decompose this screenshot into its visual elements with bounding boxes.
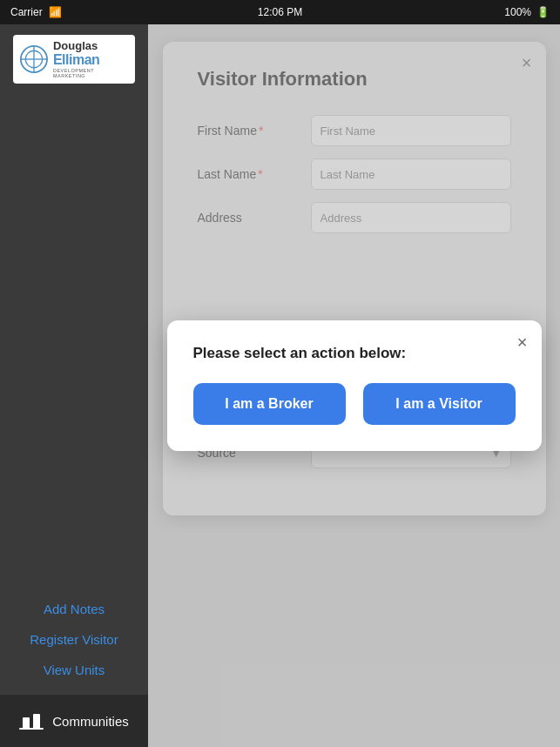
dialog-overlay: × Please select an action below: I am a … <box>148 24 560 747</box>
logo-sub: DEVELOPMENT MARKETING <box>53 68 128 78</box>
svg-rect-5 <box>33 714 40 730</box>
status-time: 12:06 PM <box>258 6 302 18</box>
logo-icon <box>20 45 48 73</box>
action-dialog-close-button[interactable]: × <box>517 333 528 353</box>
svg-rect-6 <box>19 728 44 730</box>
action-dialog: × Please select an action below: I am a … <box>167 320 542 451</box>
battery-icon: 🔋 <box>536 6 550 18</box>
logo-douglas: Douglas <box>53 40 128 52</box>
battery-area: 100% 🔋 <box>504 6 550 18</box>
sidebar: Douglas Elliman DEVELOPMENT MARKETING Ad… <box>0 24 148 747</box>
battery-percent: 100% <box>504 6 531 18</box>
carrier-wifi: Carrier 📶 <box>10 6 62 18</box>
logo: Douglas Elliman DEVELOPMENT MARKETING <box>13 35 135 84</box>
sidebar-item-view-units[interactable]: View Units <box>44 663 105 677</box>
logo-text: Douglas Elliman DEVELOPMENT MARKETING <box>53 40 128 78</box>
sidebar-item-add-notes[interactable]: Add Notes <box>44 602 105 616</box>
carrier-label: Carrier <box>10 6 43 18</box>
sidebar-navigation: Add Notes Register Visitor View Units <box>30 602 118 677</box>
communities-icon <box>19 709 44 733</box>
main-content: × Visitor Information First Name* Last N… <box>148 24 560 747</box>
sidebar-item-register-visitor[interactable]: Register Visitor <box>30 632 118 647</box>
action-dialog-title: Please select an action below: <box>193 345 516 362</box>
action-dialog-buttons: I am a Broker I am a Visitor <box>193 383 516 425</box>
communities-label: Communities <box>52 714 129 729</box>
svg-rect-4 <box>23 717 30 730</box>
logo-elliman: Elliman <box>53 52 128 68</box>
visitor-button[interactable]: I am a Visitor <box>363 383 516 425</box>
status-bar: Carrier 📶 12:06 PM 100% 🔋 <box>0 0 560 24</box>
broker-button[interactable]: I am a Broker <box>193 383 346 425</box>
wifi-icon: 📶 <box>49 6 62 18</box>
sidebar-footer: Communities <box>0 695 148 747</box>
